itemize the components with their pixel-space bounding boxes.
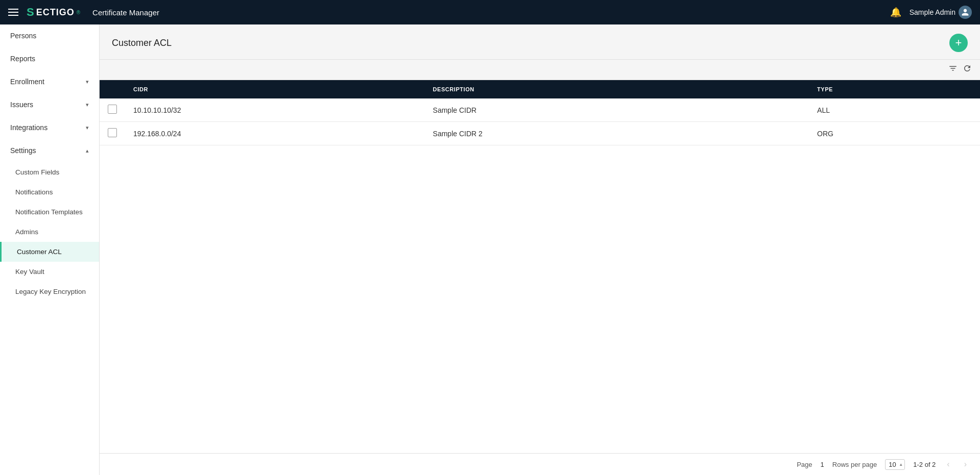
- row-checkbox[interactable]: [108, 128, 117, 137]
- page-number: 1: [821, 461, 824, 468]
- sidebar-item-label: Custom Fields: [15, 168, 59, 176]
- sidebar-item-settings[interactable]: Settings ▴: [0, 139, 99, 162]
- sidebar-item-label: Enrollment: [10, 78, 44, 86]
- row-checkbox-cell[interactable]: [100, 122, 125, 145]
- sidebar-item-admins[interactable]: Admins: [0, 222, 99, 242]
- sidebar-item-customer-acl[interactable]: Customer ACL: [0, 242, 99, 262]
- sidebar-item-reports[interactable]: Reports: [0, 47, 99, 70]
- user-menu[interactable]: Sample Admin: [910, 6, 972, 19]
- table-toolbar: [100, 60, 980, 80]
- chevron-down-icon: ▾: [86, 124, 89, 131]
- sidebar: Persons Reports Enrollment ▾ Issuers ▾ I…: [0, 24, 100, 475]
- sidebar-item-label: Customer ACL: [17, 248, 62, 256]
- topnav: S ECTIGO ® Certificate Manager 🔔 Sample …: [0, 0, 980, 24]
- rows-per-page-label: Rows per page: [832, 461, 877, 468]
- sidebar-item-legacy-key-encryption[interactable]: Legacy Key Encryption: [0, 282, 99, 302]
- col-description: DESCRIPTION: [425, 80, 809, 98]
- sidebar-item-key-vault[interactable]: Key Vault: [0, 262, 99, 282]
- sidebar-item-notifications[interactable]: Notifications: [0, 182, 99, 202]
- page-title: Customer ACL: [112, 38, 172, 48]
- notification-bell-icon[interactable]: 🔔: [890, 7, 901, 18]
- table-footer: Page 1 Rows per page 10 25 50 1-2 of 2 ‹…: [100, 453, 980, 475]
- row-type: ORG: [809, 122, 980, 145]
- sidebar-item-label: Settings: [10, 146, 36, 155]
- refresh-button[interactable]: [963, 64, 972, 76]
- sidebar-item-label: Integrations: [10, 123, 47, 132]
- logo-text: ECTIGO: [36, 7, 75, 18]
- chevron-down-icon: ▾: [86, 79, 89, 85]
- sidebar-item-label: Key Vault: [15, 268, 44, 276]
- sidebar-item-issuers[interactable]: Issuers ▾: [0, 93, 99, 116]
- app-title: Certificate Manager: [92, 8, 159, 17]
- page-header: Customer ACL +: [100, 24, 980, 60]
- row-cidr: 192.168.0.0/24: [125, 122, 425, 145]
- row-description: Sample CIDR 2: [425, 122, 809, 145]
- sidebar-item-label: Reports: [10, 55, 35, 63]
- sidebar-item-enrollment[interactable]: Enrollment ▾: [0, 70, 99, 93]
- col-checkbox: [100, 80, 125, 98]
- logo-tm: ®: [77, 10, 80, 15]
- avatar: [959, 6, 972, 19]
- hamburger-menu[interactable]: [8, 9, 18, 16]
- row-cidr: 10.10.10.10/32: [125, 98, 425, 122]
- row-description: Sample CIDR: [425, 98, 809, 122]
- sidebar-item-notification-templates[interactable]: Notification Templates: [0, 202, 99, 222]
- acl-table: CIDR DESCRIPTION TYPE 10.10.10.10/32 Sam…: [100, 80, 980, 145]
- sidebar-item-custom-fields[interactable]: Custom Fields: [0, 162, 99, 182]
- sidebar-item-persons[interactable]: Persons: [0, 24, 99, 47]
- add-button[interactable]: +: [949, 34, 968, 52]
- table-body: 10.10.10.10/32 Sample CIDR ALL 192.168.0…: [100, 98, 980, 145]
- logo-s: S: [27, 6, 34, 19]
- next-page-button[interactable]: ›: [961, 459, 970, 470]
- body-layout: Persons Reports Enrollment ▾ Issuers ▾ I…: [0, 24, 980, 475]
- rows-per-page-select[interactable]: 10 25 50: [885, 459, 905, 470]
- sidebar-item-label: Legacy Key Encryption: [15, 288, 86, 295]
- pagination-range: 1-2 of 2: [913, 461, 936, 468]
- rows-per-page-wrapper: 10 25 50: [885, 459, 905, 470]
- chevron-right-icon: ›: [964, 460, 967, 468]
- filter-button[interactable]: [948, 64, 958, 76]
- topnav-right: 🔔 Sample Admin: [890, 6, 972, 19]
- row-checkbox-cell[interactable]: [100, 98, 125, 122]
- col-cidr: CIDR: [125, 80, 425, 98]
- header-actions: +: [949, 34, 968, 52]
- sidebar-item-label: Notifications: [15, 188, 53, 196]
- sidebar-item-label: Notification Templates: [15, 208, 83, 216]
- table-wrapper: CIDR DESCRIPTION TYPE 10.10.10.10/32 Sam…: [100, 80, 980, 453]
- chevron-down-icon: ▾: [86, 102, 89, 108]
- row-type: ALL: [809, 98, 980, 122]
- table-header: CIDR DESCRIPTION TYPE: [100, 80, 980, 98]
- chevron-left-icon: ‹: [947, 460, 949, 468]
- user-name: Sample Admin: [910, 8, 955, 16]
- sidebar-item-label: Admins: [15, 228, 38, 236]
- chevron-up-icon: ▴: [86, 147, 89, 154]
- sidebar-item-label: Persons: [10, 32, 36, 40]
- main-content: Customer ACL + CIDR DESCRIPTION: [100, 24, 980, 475]
- row-checkbox[interactable]: [108, 105, 117, 114]
- page-label: Page: [797, 461, 812, 468]
- sidebar-item-label: Issuers: [10, 101, 33, 109]
- prev-page-button[interactable]: ‹: [944, 459, 952, 470]
- table-row: 10.10.10.10/32 Sample CIDR ALL: [100, 98, 980, 122]
- col-type: TYPE: [809, 80, 980, 98]
- sidebar-item-integrations[interactable]: Integrations ▾: [0, 116, 99, 139]
- table-row: 192.168.0.0/24 Sample CIDR 2 ORG: [100, 122, 980, 145]
- logo: S ECTIGO ®: [27, 6, 80, 19]
